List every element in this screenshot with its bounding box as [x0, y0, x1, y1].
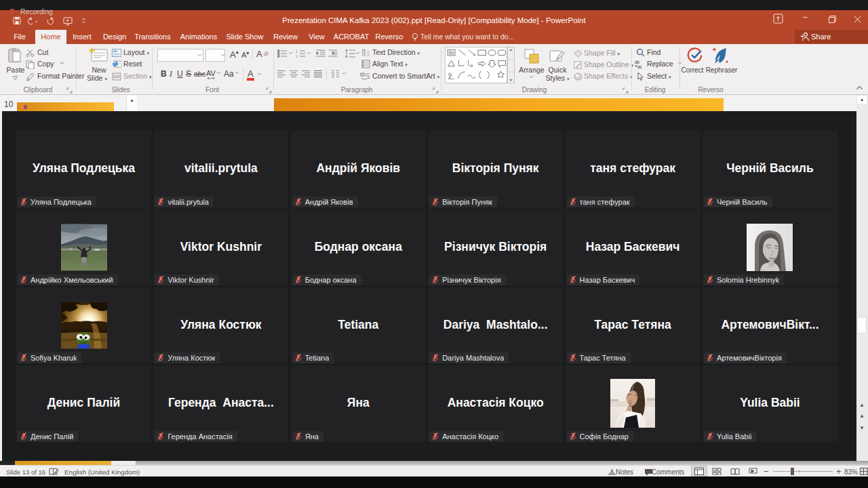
- svg-text:1: 1: [296, 49, 298, 54]
- svg-text:2: 2: [296, 54, 298, 58]
- svg-text:ac: ac: [637, 64, 643, 69]
